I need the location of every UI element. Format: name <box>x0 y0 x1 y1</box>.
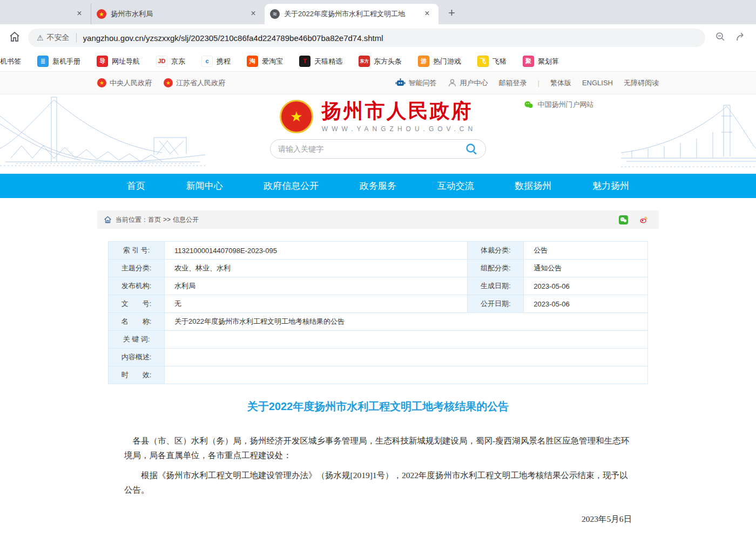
meta-label: 生成日期: <box>468 277 524 295</box>
bookmark-phone-bookmarks[interactable]: 机书签 <box>0 57 21 66</box>
juhuasuan-icon: 聚 <box>523 56 534 67</box>
toutiao-icon: 东方 <box>359 56 370 67</box>
table-row: 关 键 词: <box>109 331 648 349</box>
nav-site-icon: 导 <box>97 56 108 67</box>
nav-item-news[interactable]: 新闻中心 <box>186 180 223 192</box>
meta-label: 索 引 号: <box>109 242 165 260</box>
bookmark-manual[interactable]: ≣ 新机手册 <box>37 56 80 67</box>
site-url: WWW.YANGZHOU.GOV.CN <box>322 125 476 133</box>
share-icon[interactable] <box>735 31 747 44</box>
table-row: 文 号: 无 公开日期: 2023-05-06 <box>109 295 648 313</box>
warning-icon[interactable]: ⚠ <box>37 33 44 42</box>
bookmark-label: 新机手册 <box>52 57 80 66</box>
bookmark-label: 热门游戏 <box>433 57 461 66</box>
link-smart-qa[interactable]: 智能问答 <box>395 78 437 88</box>
meta-label: 体裁分类: <box>468 242 524 260</box>
zoom-out-icon[interactable] <box>715 31 726 44</box>
gov-link-label: 用户中心 <box>460 78 488 88</box>
bookmark-ctrip[interactable]: c 携程 <box>201 56 231 67</box>
gov-emblem-icon: ★ <box>164 78 173 87</box>
breadcrumb-separator: >> <box>163 216 171 223</box>
bookmark-nav-site[interactable]: 导 网址导航 <box>97 56 140 67</box>
meta-label: 关 键 词: <box>109 331 165 349</box>
link-mail-login[interactable]: 邮箱登录 <box>499 78 527 88</box>
site-banner: ★ 扬州市人民政府 WWW.YANGZHOU.GOV.CN 中国扬州门户网站 <box>0 94 756 174</box>
link-traditional-chinese[interactable]: 繁体版 <box>550 78 571 88</box>
nav-item-services[interactable]: 政务服务 <box>360 180 396 192</box>
nav-item-home[interactable]: 首页 <box>127 180 145 192</box>
bookmark-label: 携程 <box>217 57 231 66</box>
bookmark-taobao[interactable]: 淘 爱淘宝 <box>247 56 283 67</box>
breadcrumb-prefix: 当前位置： <box>116 215 148 224</box>
page-favicon-icon: ≈ <box>270 9 280 19</box>
nav-item-interaction[interactable]: 互动交流 <box>437 180 474 192</box>
link-central-gov[interactable]: ★ 中央人民政府 <box>97 78 152 88</box>
national-emblem-icon: ★ <box>280 100 313 133</box>
games-icon: 游 <box>418 56 429 67</box>
gov-emblem-icon: ★ <box>97 78 106 87</box>
bookmark-label: 网址导航 <box>112 57 140 66</box>
meta-label: 发布机构: <box>109 277 165 295</box>
bookmark-label: 爱淘宝 <box>262 57 283 66</box>
robot-icon <box>395 78 406 87</box>
share-weibo-icon[interactable] <box>639 213 652 226</box>
meta-label: 公开日期: <box>468 295 524 313</box>
nav-item-data[interactable]: 数据扬州 <box>515 180 551 192</box>
bookmark-jd[interactable]: JD 京东 <box>156 56 185 67</box>
url-field[interactable]: ⚠ 不安全 yangzhou.gov.cn/yzszxxgk/slj/20230… <box>28 29 705 47</box>
wechat-icon <box>524 100 534 110</box>
tab-shuiliju[interactable]: ★ 扬州市水利局 × <box>91 4 265 24</box>
bookmark-toutiao[interactable]: 东方 东方头条 <box>359 56 402 67</box>
tab-cropped[interactable]: × <box>0 4 91 24</box>
tab-title: 关于2022年度扬州市水利工程文明工地 <box>284 9 417 19</box>
tab-active-announcement[interactable]: ≈ 关于2022年度扬州市水利工程文明工地 × <box>265 4 438 24</box>
content-container: 当前位置： 首页 >> 信息公开 <box>97 210 659 538</box>
meta-value: 水利局 <box>165 277 468 295</box>
search-icon[interactable] <box>465 142 478 155</box>
url-text[interactable]: yangzhou.gov.cn/yzszxxgk/slj/202305/210c… <box>83 33 383 43</box>
table-row: 内容概述: <box>109 349 648 366</box>
new-tab-button[interactable]: + <box>448 6 455 20</box>
breadcrumb-home-icon <box>104 216 112 223</box>
bookmark-games[interactable]: 游 热门游戏 <box>418 56 461 67</box>
link-jiangsu-gov[interactable]: ★ 江苏省人民政府 <box>164 78 225 88</box>
taobao-icon: 淘 <box>247 56 258 67</box>
address-bar: ⚠ 不安全 yangzhou.gov.cn/yzszxxgk/slj/20230… <box>0 24 756 51</box>
bookmark-tmall[interactable]: T 天猫精选 <box>299 56 342 67</box>
close-icon[interactable]: × <box>73 8 85 20</box>
portal-link[interactable]: 中国扬州门户网站 <box>524 100 593 110</box>
nav-item-charm[interactable]: 魅力扬州 <box>592 180 629 192</box>
search-input[interactable] <box>278 145 465 153</box>
article-paragraph: 各县（市、区）水利（务）局，扬州经济开发区城乡事务管理局，生态科技新城规划建设局… <box>124 433 632 462</box>
meta-label: 时 效: <box>109 366 165 384</box>
ctrip-icon: c <box>201 56 213 67</box>
meta-value: 关于2022年度扬州市水利工程文明工地考核结果的公告 <box>165 313 648 331</box>
bookmark-juhuasuan[interactable]: 聚 聚划算 <box>523 56 559 67</box>
close-icon[interactable]: × <box>421 8 433 20</box>
meta-value <box>165 331 648 349</box>
meta-value <box>165 366 648 384</box>
tab-bar: × ★ 扬州市水利局 × ≈ 关于2022年度扬州市水利工程文明工地 × + <box>0 0 756 24</box>
breadcrumb-home[interactable]: 首页 <box>148 215 161 224</box>
bookmark-label: 飞猪 <box>492 57 507 66</box>
share-wechat-icon[interactable] <box>619 213 632 226</box>
home-icon[interactable] <box>9 31 21 45</box>
link-english[interactable]: ENGLISH <box>582 79 613 87</box>
link-user-center[interactable]: 用户中心 <box>448 78 488 88</box>
nav-item-info-disclosure[interactable]: 政府信息公开 <box>264 180 319 192</box>
meta-value: 公告 <box>524 242 648 260</box>
bookmark-fliggy[interactable]: 飞 飞猪 <box>477 56 507 67</box>
table-row: 主题分类: 农业、林业、水利 组配分类: 通知公告 <box>109 260 648 277</box>
fliggy-icon: 飞 <box>477 56 489 67</box>
close-icon[interactable]: × <box>247 8 259 20</box>
search-box <box>270 139 486 159</box>
breadcrumb-current[interactable]: 信息公开 <box>173 215 199 224</box>
security-label[interactable]: 不安全 <box>47 33 70 43</box>
link-accessibility[interactable]: 无障碍阅读 <box>624 78 659 88</box>
article-meta-table: 索 引 号: 11321000014407098E-2023-095 体裁分类:… <box>108 241 648 384</box>
user-icon <box>448 78 457 87</box>
bookmark-label: 聚划算 <box>538 57 559 66</box>
meta-value: 11321000014407098E-2023-095 <box>165 242 468 260</box>
breadcrumb: 当前位置： 首页 >> 信息公开 <box>97 210 659 229</box>
meta-label: 名 称: <box>109 313 165 331</box>
